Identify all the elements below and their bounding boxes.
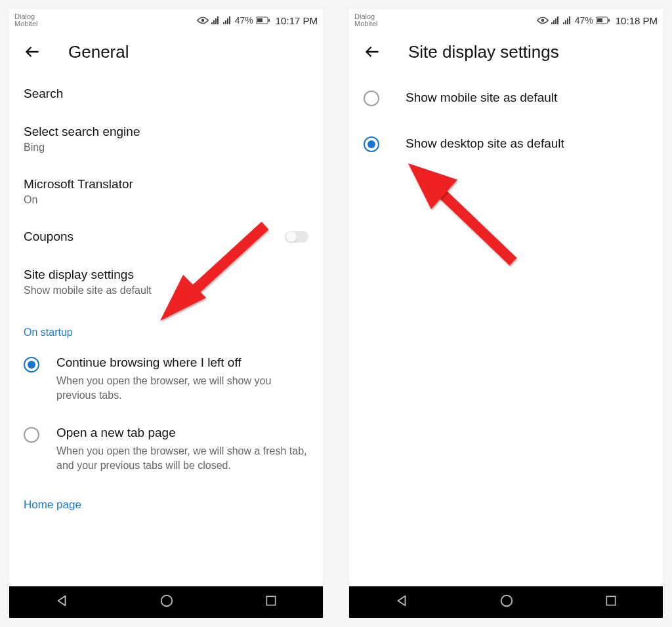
svg-rect-22 [565, 20, 566, 24]
nav-recent-button[interactable] [604, 594, 618, 610]
nav-back-button[interactable] [54, 594, 69, 611]
carrier-labels: Dialog Mobitel [14, 13, 37, 28]
startup-option-continue[interactable]: Continue browsing where I left off When … [24, 345, 308, 415]
option-desktop-label: Show desktop site as default [406, 136, 564, 151]
svg-rect-26 [597, 18, 602, 22]
radio-unselected-icon [24, 427, 39, 443]
startup-opt2-sub: When you open the browser, we will show … [56, 444, 308, 472]
search-engine-title: Select search engine [24, 125, 308, 139]
svg-marker-29 [408, 163, 457, 209]
signal-icon [551, 16, 560, 24]
carrier-labels: Dialog Mobitel [354, 13, 377, 28]
screenshot-right: Dialog Mobitel 47% 10:18 PM Site display… [349, 9, 663, 618]
battery-icon [596, 16, 610, 24]
startup-section-header: On startup [24, 308, 308, 345]
signal-icon-2 [223, 16, 232, 24]
svg-rect-7 [227, 18, 228, 24]
status-bar: Dialog Mobitel 47% 10:17 PM [9, 9, 323, 29]
svg-point-0 [201, 19, 205, 22]
svg-rect-21 [563, 22, 564, 24]
carrier-2: Mobitel [354, 20, 377, 28]
svg-rect-24 [569, 16, 570, 24]
radio-selected-icon [364, 136, 379, 152]
arrow-back-icon [24, 43, 41, 60]
site-display-value: Show mobile site as default [24, 285, 308, 296]
svg-rect-23 [567, 18, 568, 24]
site-display-row[interactable]: Site display settings Show mobile site a… [24, 256, 308, 308]
svg-point-14 [161, 596, 173, 607]
svg-rect-20 [557, 16, 558, 24]
nav-home-button[interactable] [159, 594, 174, 611]
system-nav-bar [9, 586, 323, 618]
svg-rect-8 [229, 16, 230, 24]
translator-row[interactable]: Microsoft Translator On [24, 165, 308, 218]
status-bar: Dialog Mobitel 47% 10:18 PM [349, 9, 663, 29]
coupons-toggle[interactable] [285, 231, 308, 243]
svg-rect-11 [268, 19, 270, 22]
arrow-back-icon [364, 43, 381, 60]
page-title: Site display settings [408, 42, 559, 62]
nav-back-button[interactable] [394, 594, 409, 611]
screenshot-left: Dialog Mobitel 47% 10:17 PM General [9, 9, 323, 618]
startup-opt1-title: Continue browsing where I left off [56, 355, 308, 370]
option-mobile-label: Show mobile site as default [406, 91, 557, 105]
coupons-label: Coupons [24, 230, 285, 244]
page-header: General [9, 29, 323, 75]
homepage-link[interactable]: Home page [24, 485, 308, 512]
svg-rect-17 [551, 22, 553, 24]
search-engine-row[interactable]: Select search engine Bing [24, 113, 308, 165]
page-title: General [68, 42, 129, 62]
translator-value: On [24, 194, 308, 206]
battery-icon [256, 16, 270, 24]
option-desktop-site[interactable]: Show desktop site as default [364, 121, 648, 167]
status-time: 10:17 PM [276, 15, 318, 26]
startup-option-newtab[interactable]: Open a new tab page When you open the br… [24, 415, 308, 485]
radio-unselected-icon [364, 91, 379, 106]
battery-percent: 47% [575, 15, 593, 26]
back-button[interactable] [362, 42, 382, 62]
translator-title: Microsoft Translator [24, 177, 308, 192]
system-nav-bar [349, 586, 663, 618]
svg-rect-19 [555, 18, 556, 24]
nav-recent-button[interactable] [264, 594, 278, 610]
startup-opt2-title: Open a new tab page [56, 426, 308, 440]
search-row[interactable]: Search [24, 75, 308, 113]
svg-rect-4 [217, 16, 219, 24]
coupons-row[interactable]: Coupons [24, 218, 308, 256]
svg-rect-2 [213, 20, 215, 24]
svg-point-30 [501, 596, 513, 607]
svg-rect-6 [225, 20, 226, 24]
nav-home-button[interactable] [499, 594, 514, 611]
battery-percent: 47% [235, 15, 253, 26]
page-header: Site display settings [349, 29, 663, 75]
radio-selected-icon [24, 357, 39, 373]
startup-opt1-sub: When you open the browser, we will show … [56, 374, 308, 402]
svg-rect-3 [215, 18, 217, 24]
svg-rect-5 [223, 22, 224, 24]
carrier-2: Mobitel [14, 20, 37, 28]
svg-rect-10 [257, 18, 262, 22]
svg-rect-31 [606, 596, 615, 605]
status-time: 10:18 PM [616, 15, 658, 26]
search-engine-value: Bing [24, 142, 308, 153]
svg-rect-1 [211, 22, 213, 24]
svg-rect-15 [266, 596, 275, 605]
back-button[interactable] [22, 42, 42, 62]
svg-rect-18 [553, 20, 555, 24]
signal-icon-2 [563, 16, 572, 24]
option-mobile-site[interactable]: Show mobile site as default [364, 75, 648, 121]
eye-icon [197, 16, 209, 24]
site-display-title: Site display settings [24, 268, 308, 282]
svg-line-28 [434, 186, 513, 262]
svg-rect-27 [608, 19, 610, 22]
signal-icon [211, 16, 220, 24]
svg-point-16 [541, 19, 545, 22]
search-label: Search [24, 87, 308, 101]
eye-icon [537, 16, 549, 24]
